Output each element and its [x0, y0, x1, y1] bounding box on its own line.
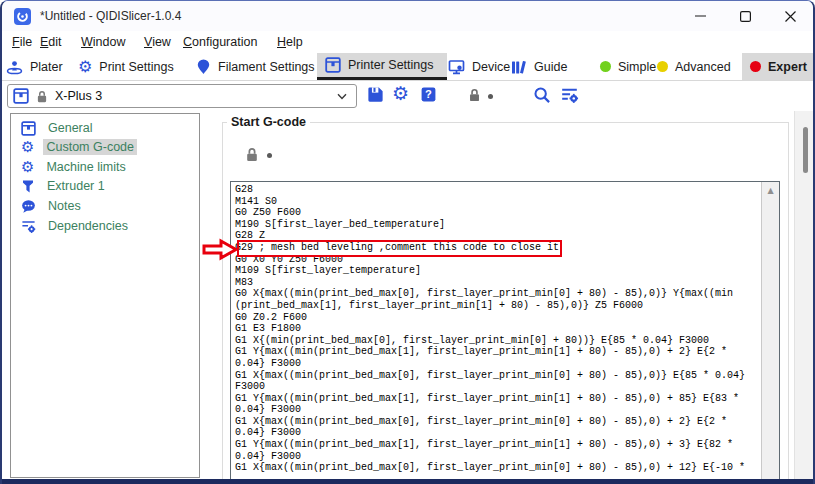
menu-file[interactable]: File — [12, 31, 32, 53]
sidebar-item-label: General — [45, 120, 95, 136]
titlebar: *Untitled - QIDISlicer-1.0.4 — [2, 1, 813, 31]
sidebar-item-custom-gcode[interactable]: ⚙ Custom G-code — [21, 138, 137, 156]
filament-icon — [196, 59, 211, 75]
window-controls — [678, 1, 813, 31]
mode-simple[interactable]: Simple — [600, 53, 656, 80]
tab-label: Guide — [534, 60, 567, 74]
gcode-line: M109 S[first_layer_temperature] — [235, 265, 761, 277]
printer-icon — [325, 57, 341, 73]
menu-configuration[interactable]: Configuration — [183, 31, 257, 53]
page-scrollbar[interactable] — [794, 111, 815, 479]
sidebar-item-machine-limits[interactable]: ⚙ Machine limits — [21, 158, 129, 176]
page-scrollbar-thumb[interactable] — [803, 127, 808, 173]
save-preset-button[interactable] — [366, 85, 385, 104]
tab-printer-settings[interactable]: Printer Settings — [317, 53, 447, 80]
mode-label: Simple — [618, 60, 656, 74]
mode-expert[interactable]: Expert — [742, 53, 815, 80]
window-title: *Untitled - QIDISlicer-1.0.4 — [40, 9, 181, 23]
sidebar-item-label: Notes — [45, 198, 84, 214]
gcode-line: (print_bed_max[1], first_layer_print_min… — [235, 300, 761, 312]
dependencies-icon — [21, 219, 36, 234]
gcode-line: G1 X{max((min(print_bed_max[0], first_la… — [235, 462, 761, 474]
indicator-dot-icon — [267, 153, 272, 158]
printer-preset-combobox[interactable]: X-Plus 3 — [7, 84, 357, 108]
advanced-mode-dot-icon — [657, 61, 668, 72]
preset-filter-button[interactable] — [560, 86, 579, 104]
gcode-line: M83 — [235, 277, 761, 289]
search-icon — [533, 86, 551, 104]
tab-label: Device — [472, 60, 510, 74]
gcode-line: G0 Z0.2 F600 — [235, 312, 761, 324]
textarea-scrollbar[interactable]: ▲ — [761, 182, 779, 479]
sidebar-item-extruder-1[interactable]: Extruder 1 — [21, 177, 108, 195]
question-book-icon: ? — [420, 86, 437, 103]
group-title: Start G-code — [227, 115, 310, 129]
app-window: *Untitled - QIDISlicer-1.0.4 File Edit W… — [0, 0, 815, 484]
gcode-line: G1 Y{max((min(print_bed_max[1], first_la… — [235, 346, 761, 358]
sidebar-item-label: Custom G-code — [43, 139, 137, 155]
tab-guide[interactable]: Guide — [510, 53, 567, 80]
sidebar-item-label: Machine limits — [43, 159, 128, 175]
tab-filament-settings[interactable]: Filament Settings — [196, 53, 315, 80]
gcode-line: 0.04} F3000 — [235, 358, 761, 370]
window-bottom-edge — [2, 479, 815, 484]
gcode-line: 0.04} F3000 — [235, 451, 761, 463]
menubar: File Edit Window View Configuration Help — [2, 31, 813, 53]
menu-edit[interactable]: Edit — [40, 31, 62, 53]
menu-help[interactable]: Help — [277, 31, 303, 53]
menu-window[interactable]: Window — [81, 31, 125, 53]
chevron-down-icon — [337, 93, 347, 100]
tab-print-settings[interactable]: ⚙ Print Settings — [78, 53, 174, 80]
gear-icon: ⚙ — [21, 140, 34, 155]
maximize-button[interactable] — [723, 1, 768, 31]
gcode-line: G1 X{(min(print_bed_max[0], first_layer_… — [235, 335, 761, 347]
scroll-up-icon: ▲ — [767, 186, 773, 479]
tabbar: Plater ⚙ Print Settings Filament Setting… — [2, 53, 813, 81]
menu-view[interactable]: View — [144, 31, 171, 53]
gcode-line: G1 Y{max((min(print_bed_max[1], first_la… — [235, 393, 761, 405]
sidebar-item-dependencies[interactable]: Dependencies — [21, 217, 131, 235]
preset-settings-button[interactable]: ⚙ — [392, 84, 409, 103]
preset-name: X-Plus 3 — [55, 89, 330, 103]
maximize-icon — [740, 11, 751, 22]
guide-icon — [510, 59, 527, 75]
notes-icon — [21, 199, 36, 214]
minimize-button[interactable] — [678, 1, 723, 31]
device-icon — [448, 59, 465, 75]
lock-toggle-button[interactable] — [468, 88, 481, 102]
gcode-line: 0.04} F3000 — [235, 427, 761, 439]
gcode-line: F3000 — [235, 381, 761, 393]
gcode-line: G1 E3 F1800 — [235, 323, 761, 335]
simple-mode-dot-icon — [600, 61, 611, 72]
app-logo-icon — [14, 8, 31, 25]
gcode-line: G1 X{max((min(print_bed_max[0], first_la… — [235, 370, 761, 382]
gcode-line: G0 X0 Y0 Z50 F6000 — [235, 254, 761, 266]
minimize-icon — [695, 15, 706, 17]
sidebar-item-notes[interactable]: Notes — [21, 197, 84, 215]
lock-icon[interactable] — [245, 147, 259, 162]
save-icon — [366, 85, 385, 104]
lock-icon — [36, 90, 48, 103]
mode-advanced[interactable]: Advanced — [657, 53, 731, 80]
gcode-line: G0 X{max((min(print_bed_max[0], first_la… — [235, 288, 761, 300]
printer-icon — [21, 121, 36, 136]
preset-toolbar: X-Plus 3 ⚙ ? — [2, 81, 813, 111]
tab-device[interactable]: Device — [448, 53, 510, 80]
gear-icon: ⚙ — [21, 160, 34, 175]
mode-label: Expert — [768, 60, 807, 74]
gear-icon: ⚙ — [392, 84, 409, 103]
gcode-line: G28 Z — [235, 230, 761, 242]
indicator-dot-icon — [488, 94, 493, 99]
tab-label: Printer Settings — [348, 58, 433, 72]
gear-icon: ⚙ — [78, 59, 92, 75]
start-gcode-textarea[interactable]: G28M141 S0G0 Z50 F600M190 S[first_layer_… — [230, 181, 780, 479]
search-button[interactable] — [533, 86, 551, 104]
expert-mode-dot-icon — [750, 61, 761, 72]
gcode-line: M190 S[first_layer_bed_temperature] — [235, 219, 761, 231]
settings-sidebar: General ⚙ Custom G-code ⚙ Machine limits… — [10, 113, 200, 478]
mode-label: Advanced — [675, 60, 731, 74]
sidebar-item-general[interactable]: General — [21, 119, 95, 137]
tab-plater[interactable]: Plater — [6, 53, 63, 80]
help-book-button[interactable]: ? — [420, 86, 437, 103]
close-button[interactable] — [768, 1, 813, 31]
